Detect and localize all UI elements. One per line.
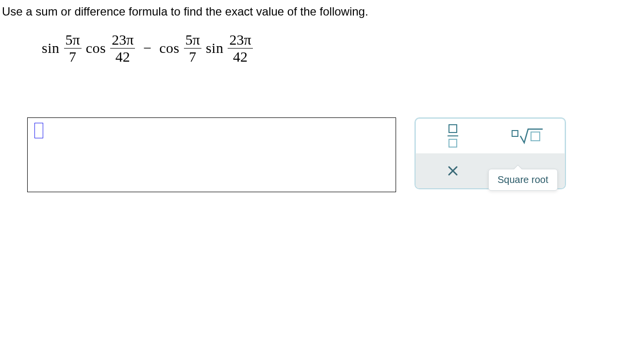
minus-operator: −	[138, 40, 156, 56]
fn-sin-1: sin	[41, 40, 61, 56]
question-prompt: Use a sum or difference formula to find …	[2, 5, 629, 18]
frac-5pi-7-b: 5π 7	[183, 32, 203, 64]
fn-sin-2: sin	[205, 40, 225, 56]
answer-input[interactable]	[27, 117, 396, 192]
square-root-button[interactable]	[490, 118, 565, 153]
close-icon	[448, 165, 458, 176]
frac-5pi-7-a: 5π 7	[63, 32, 83, 64]
square-root-icon	[512, 127, 544, 145]
frac-23pi-42-b: 23π 42	[226, 32, 254, 64]
close-palette-button[interactable]	[415, 153, 490, 188]
fn-cos-1: cos	[85, 40, 107, 56]
frac-23pi-42-a: 23π 42	[109, 32, 136, 64]
fraction-button[interactable]	[415, 118, 490, 153]
svg-rect-0	[531, 132, 540, 141]
tooltip-square-root: Square root	[488, 169, 558, 191]
expression-display: sin 5π 7 cos 23π 42 − cos 5π 7 sin 23π 4…	[41, 32, 629, 64]
fn-cos-2: cos	[158, 40, 181, 56]
tooltip-label: Square root	[498, 174, 548, 185]
math-palette: Square root	[415, 117, 566, 189]
fraction-icon	[448, 124, 458, 148]
math-cursor-placeholder[interactable]	[34, 123, 43, 138]
